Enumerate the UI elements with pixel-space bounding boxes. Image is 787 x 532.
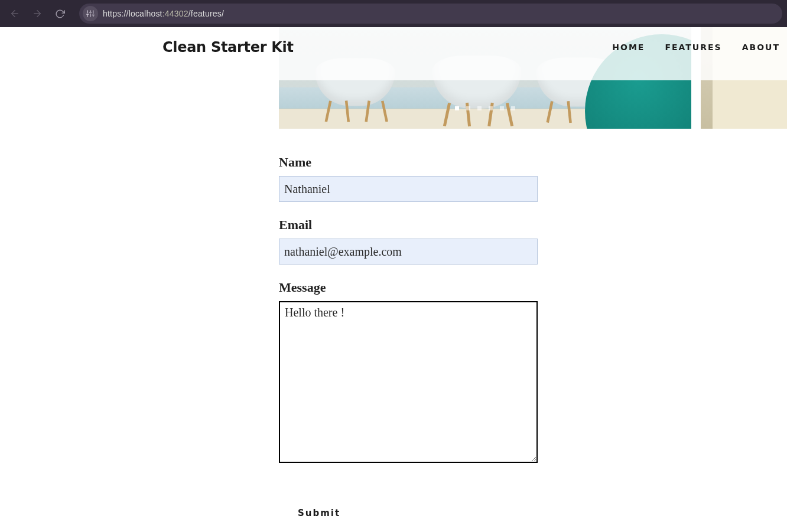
back-button[interactable] bbox=[5, 4, 25, 24]
arrow-left-icon bbox=[9, 8, 20, 19]
message-label: Message bbox=[279, 280, 539, 295]
email-input[interactable] bbox=[279, 239, 538, 265]
nav-links: HOME FEATURES ABOUT bbox=[612, 43, 787, 52]
carousel-dot[interactable] bbox=[500, 106, 504, 110]
nav-link-about[interactable]: ABOUT bbox=[742, 43, 780, 52]
carousel-dot[interactable] bbox=[489, 106, 493, 110]
carousel-dot[interactable] bbox=[477, 106, 482, 110]
arrow-right-icon bbox=[32, 8, 43, 19]
forward-button[interactable] bbox=[27, 4, 47, 24]
brand-title[interactable]: Clean Starter Kit bbox=[162, 39, 294, 56]
carousel-dot[interactable] bbox=[455, 106, 459, 110]
carousel-indicators bbox=[279, 106, 691, 110]
reload-button[interactable] bbox=[50, 4, 70, 24]
submit-button[interactable]: Submit bbox=[298, 508, 340, 518]
contact-form: Name Email Message Submit bbox=[279, 155, 539, 518]
message-textarea[interactable] bbox=[279, 301, 538, 463]
email-label: Email bbox=[279, 217, 539, 233]
reload-icon bbox=[55, 9, 65, 19]
site-settings-icon[interactable] bbox=[83, 6, 98, 21]
name-input[interactable] bbox=[279, 176, 538, 202]
carousel-dot[interactable] bbox=[511, 106, 515, 110]
url-text: https://localhost:44302/features/ bbox=[103, 9, 224, 18]
top-navbar: Clean Starter Kit HOME FEATURES ABOUT bbox=[0, 39, 787, 56]
nav-link-features[interactable]: FEATURES bbox=[665, 43, 721, 52]
carousel-dot[interactable] bbox=[466, 106, 470, 110]
browser-chrome: https://localhost:44302/features/ bbox=[0, 0, 787, 27]
name-label: Name bbox=[279, 155, 539, 170]
address-bar[interactable]: https://localhost:44302/features/ bbox=[79, 4, 782, 24]
nav-link-home[interactable]: HOME bbox=[612, 43, 645, 52]
